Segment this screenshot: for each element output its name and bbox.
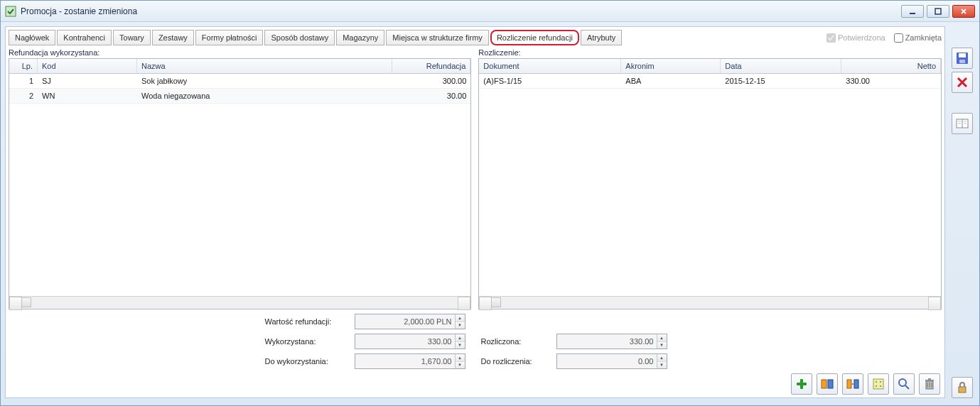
do-rozl-label: Do rozliczenia: [481,357,552,366]
closed-label-text: Zamknięta [905,33,942,42]
svg-rect-2 [935,9,941,14]
col-lp[interactable]: Lp. [9,59,38,73]
col-data[interactable]: Data [721,59,841,73]
svg-rect-17 [928,378,931,380]
right-grid: Dokument Akronim Data Netto (A)FS-1/15 A… [478,58,942,309]
tab-magazyny[interactable]: Magazyny [336,30,384,45]
rozliczona-label: Rozliczona: [481,337,552,346]
tab-zestawy[interactable]: Zestawy [152,30,194,45]
col-nazwa[interactable]: Nazwa [137,59,392,73]
col-refundacja[interactable]: Refundacja [392,59,470,73]
left-pane: Refundacja wykorzystana: Lp. Kod Nazwa R… [9,48,471,309]
svg-point-12 [876,385,877,387]
maximize-button[interactable] [927,5,949,18]
link-button[interactable] [817,373,838,395]
panes: Refundacja wykorzystana: Lp. Kod Nazwa R… [9,48,942,309]
svg-rect-16 [925,380,934,381]
app-icon [5,6,16,17]
tab-kontrahenci[interactable]: Kontrahenci [57,30,112,45]
tabs: Nagłówek Kontrahenci Towary Zestawy Form… [9,30,942,45]
svg-rect-22 [959,387,966,393]
book-button[interactable] [952,113,973,134]
closed-checkbox-label[interactable]: Zamknięta [894,33,942,43]
col-netto[interactable]: Netto [841,59,941,73]
right-grid-body[interactable]: (A)FS-1/15 ABA 2015-12-15 330.00 [479,74,941,296]
svg-rect-8 [854,380,858,388]
col-kod[interactable]: Kod [38,59,137,73]
content: Nagłówek Kontrahenci Towary Zestawy Form… [1,22,979,405]
unlink-button[interactable] [842,373,863,395]
wartosc-label: Wartość refundacji: [265,317,350,326]
right-hscrollbar[interactable] [479,296,941,309]
summary-right: Rozliczona: ▲▼ Do rozliczenia: ▲▼ [477,314,942,369]
col-akronim[interactable]: Akronim [621,59,721,73]
tab-sposob-dostawy[interactable]: Sposób dostawy [264,30,335,45]
do-wyk-input[interactable]: ▲▼ [355,353,465,369]
left-grid-body[interactable]: 1 SJ Sok jabłkowy 300.00 2 WN Woda niega… [9,74,470,296]
cancel-button[interactable] [952,72,973,93]
closed-checkbox[interactable] [894,33,903,43]
titlebar: Promocja - zostanie zmieniona [1,1,979,22]
main-area: Nagłówek Kontrahenci Towary Zestawy Form… [5,26,945,398]
field-rozliczona: Rozliczona: ▲▼ [481,334,667,349]
tab-towary[interactable]: Towary [113,30,151,45]
right-pane-title: Rozliczenie: [478,48,942,57]
lock-button[interactable] [952,377,973,398]
wartosc-input[interactable]: ▲▼ [355,314,465,329]
svg-rect-1 [910,13,915,14]
svg-rect-20 [959,60,965,63]
right-grid-header: Dokument Akronim Data Netto [479,59,941,74]
tab-rozliczenie-refundacji[interactable]: Rozliczenie refundacji [490,30,579,45]
window-controls [901,5,975,18]
summary: Wartość refundacji: ▲▼ Wykorzystana: ▲▼ … [9,314,942,369]
svg-point-10 [876,381,877,383]
field-wartosc: Wartość refundacji: ▲▼ [265,314,465,329]
confirmed-checkbox [826,33,836,43]
svg-rect-7 [847,380,851,388]
wykorzystana-label: Wykorzystana: [265,337,350,346]
wykorzystana-input[interactable]: ▲▼ [355,334,465,349]
minimize-button[interactable] [901,5,924,18]
svg-point-14 [899,379,906,386]
save-button[interactable] [952,48,973,69]
table-row[interactable]: 2 WN Woda niegazowana 30.00 [9,89,470,104]
close-button[interactable] [952,5,975,18]
svg-rect-9 [873,379,883,389]
svg-point-11 [880,381,881,383]
right-pane: Rozliczenie: Dokument Akronim Data Netto… [478,48,942,309]
svg-point-13 [880,385,881,387]
preview-button[interactable] [868,373,889,395]
tab-formy-platnosci[interactable]: Formy płatności [195,30,264,45]
bottom-toolbar [9,369,942,395]
delete-button[interactable] [919,373,940,395]
svg-rect-6 [828,380,833,388]
svg-rect-4 [797,383,807,385]
left-grid: Lp. Kod Nazwa Refundacja 1 SJ Sok jabłko… [9,58,471,309]
svg-rect-5 [822,380,826,388]
tab-miejsca[interactable]: Miejsca w strukturze firmy [386,30,489,45]
summary-left: Wartość refundacji: ▲▼ Wykorzystana: ▲▼ … [9,314,470,369]
svg-rect-19 [959,53,966,57]
tab-atrybuty[interactable]: Atrybuty [581,30,622,45]
left-hscrollbar[interactable] [9,296,470,309]
svg-rect-0 [6,6,16,16]
col-dokument[interactable]: Dokument [479,59,621,73]
rozliczona-input[interactable]: ▲▼ [556,334,667,349]
status-checkboxes: Potwierdzona Zamknięta [826,33,942,43]
field-do-rozliczenia: Do rozliczenia: ▲▼ [481,353,667,369]
table-row[interactable]: (A)FS-1/15 ABA 2015-12-15 330.00 [479,74,941,89]
confirmed-label-text: Potwierdzona [838,33,885,42]
window: Promocja - zostanie zmieniona Nagłówek K… [0,0,980,406]
table-row[interactable]: 1 SJ Sok jabłkowy 300.00 [9,74,470,89]
confirmed-checkbox-label: Potwierdzona [826,33,885,43]
left-grid-header: Lp. Kod Nazwa Refundacja [9,59,470,74]
do-wyk-label: Do wykorzystania: [265,357,350,366]
search-button[interactable] [893,373,915,395]
do-rozl-input[interactable]: ▲▼ [556,353,667,369]
side-toolbar [949,26,975,398]
add-button[interactable] [791,373,812,395]
field-do-wykorzystania: Do wykorzystania: ▲▼ [265,353,465,369]
window-title: Promocja - zostanie zmieniona [21,6,901,16]
tab-naglowek[interactable]: Nagłówek [9,30,55,45]
field-wykorzystana: Wykorzystana: ▲▼ [265,334,465,349]
